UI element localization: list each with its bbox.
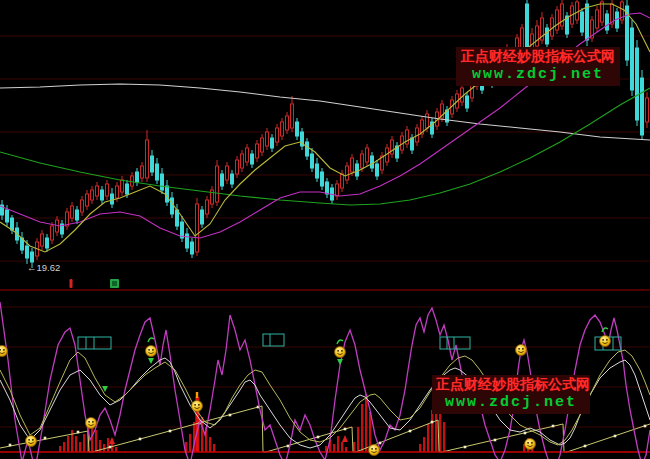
- green-down-arrow-icon: [148, 358, 154, 364]
- red-up-arrow-icon: [109, 437, 115, 444]
- markers-layer: [70, 279, 609, 444]
- smiley-face-icon: [516, 345, 527, 356]
- smiley-face-icon: [26, 436, 37, 447]
- smiley-face-icon: [600, 336, 611, 347]
- red-signal-icon: [70, 279, 73, 288]
- smiley-face-icon: [86, 418, 97, 429]
- signal-boxes-layer: [78, 334, 621, 350]
- green-curl-icon: [148, 338, 154, 342]
- smiley-face-icon: [0, 346, 8, 357]
- watermark-site-url: www.zdcj.net: [460, 66, 616, 85]
- smiley-face-icon: [192, 401, 203, 412]
- red-up-arrow-icon: [342, 435, 348, 442]
- smiley-face-icon: [525, 439, 536, 450]
- watermark-site-url: www.zdcj.net: [436, 394, 586, 413]
- watermark-top: 正点财经妙股指标公式网 www.zdcj.net: [456, 47, 620, 86]
- watermark-bottom: 正点财经妙股指标公式网 www.zdcj.net: [432, 375, 590, 414]
- watermark-site-name: 正点财经妙股指标公式网: [460, 48, 616, 66]
- smiley-face-icon: [369, 445, 380, 456]
- gridlines-layer: [0, 36, 650, 427]
- watermark-site-name: 正点财经妙股指标公式网: [436, 376, 586, 394]
- annotations-layer: ←19.62: [27, 262, 60, 273]
- smiley-face-icon: [335, 347, 346, 358]
- smiley-face-icon: [146, 346, 157, 357]
- low-price-label: ←19.62: [27, 262, 60, 273]
- green-curl-icon: [337, 340, 343, 344]
- ma-lines-layer: [0, 4, 650, 252]
- green-down-arrow-icon: [337, 359, 343, 365]
- stock-chart-screenshot: ←19.62 正点财经妙股指标公式网 www.zdcj.net 正点财经妙股指标…: [0, 0, 650, 459]
- candles-layer: [1, 0, 649, 268]
